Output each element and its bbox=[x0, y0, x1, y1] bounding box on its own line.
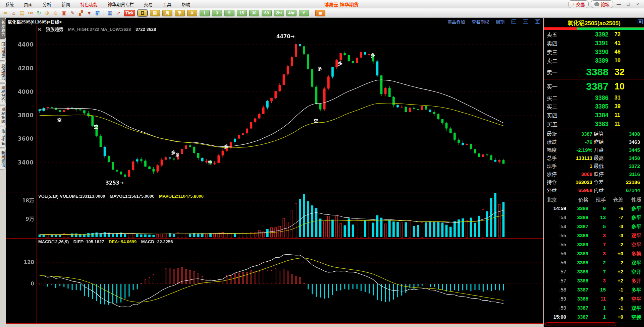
trade-button[interactable]: ⚡ 交易 bbox=[568, 0, 589, 8]
tick-time: 15:00 bbox=[547, 314, 566, 320]
trend-chart-icon[interactable]: ↗ bbox=[115, 9, 122, 16]
kline-ma-values: MA_HIGH:3722 MA_LOW:3628 bbox=[68, 27, 131, 32]
period-button-30[interactable]: 30 bbox=[249, 10, 259, 16]
zoom-out-icon[interactable]: ⊖ bbox=[52, 9, 59, 16]
tick-volume: 7 bbox=[588, 242, 606, 247]
period-button-5[interactable]: 5 bbox=[224, 10, 234, 16]
menu-item-5[interactable]: 神华期货专栏 bbox=[103, 1, 139, 7]
bid-price: 3385 bbox=[568, 103, 614, 110]
period-button-季[interactable]: 季 bbox=[175, 10, 185, 16]
menubar-right: ⚡ 交易 … 论坛 — □ × bbox=[568, 0, 644, 8]
window-bottom-strip bbox=[6, 324, 543, 327]
menu-item-3[interactable]: 新闻 bbox=[56, 1, 75, 7]
volume-canvas[interactable] bbox=[6, 193, 543, 238]
menu-item-7[interactable]: 工具 bbox=[158, 1, 176, 7]
period-button-3[interactable]: 3 bbox=[212, 10, 222, 16]
period-button-2hr[interactable]: 2hr bbox=[274, 10, 284, 16]
back-icon[interactable]: ⇦ bbox=[2, 9, 9, 16]
ask-row-4[interactable]: 卖四339141 bbox=[544, 39, 644, 48]
stat-value-0: 3387 bbox=[564, 130, 594, 138]
period-button-日[interactable]: 日 bbox=[138, 10, 148, 16]
tick-nature: 双平 bbox=[623, 232, 641, 239]
next-contract-icon[interactable]: ⇨ bbox=[523, 19, 528, 24]
new-indicator-icon[interactable]: 新 bbox=[94, 9, 101, 16]
bid-price: 3386 bbox=[568, 94, 614, 102]
stat-value-2: -76 bbox=[564, 138, 594, 146]
zoom-in-icon[interactable]: ⊕ bbox=[44, 9, 51, 16]
chart-link-1[interactable]: 查看期权 bbox=[472, 18, 489, 25]
maximize-button[interactable]: □ bbox=[625, 2, 632, 7]
ask-row-5[interactable]: 卖五339272 bbox=[544, 30, 644, 39]
toolbar: ⇦⌂▤F10↻⊕⊖▣✎▞▼新▦↗Tick日周月季X1351530602hr4hr… bbox=[0, 8, 644, 18]
period-button-Y[interactable]: Y bbox=[299, 10, 309, 16]
menu-item-2[interactable]: 分析 bbox=[38, 1, 56, 7]
menu-item-6[interactable]: 交易 bbox=[139, 1, 158, 7]
filter-icon[interactable]: ▼ bbox=[86, 9, 93, 16]
stat-value-4: -2.19% bbox=[564, 146, 594, 154]
period-button-1[interactable]: 1 bbox=[200, 10, 210, 16]
tick-price: 3387 bbox=[566, 223, 588, 229]
tick-time: :57 bbox=[547, 278, 566, 283]
sidebar-tab-5[interactable]: 热点排名 bbox=[0, 127, 6, 148]
popout-window-icon[interactable]: ▣ bbox=[638, 19, 643, 24]
stat-label-11: 跌停 bbox=[594, 170, 611, 178]
bid-row-3[interactable]: 买三338539 bbox=[544, 102, 644, 111]
stat-label-2: 涨跌 bbox=[547, 138, 564, 146]
home-icon[interactable]: ⌂ bbox=[10, 9, 17, 16]
period-button-60[interactable]: 60 bbox=[262, 10, 272, 16]
ask-row-2[interactable]: 卖二338910 bbox=[544, 56, 644, 65]
menu-item-0[interactable]: 系统 bbox=[0, 1, 19, 7]
chart-link-2[interactable]: 周期 bbox=[496, 18, 504, 25]
menu-item-8[interactable]: 帮助 bbox=[176, 1, 195, 7]
period-button-X[interactable]: X bbox=[187, 10, 197, 16]
period-button-周[interactable]: 周 bbox=[150, 10, 160, 16]
chart-link-0[interactable]: 商品叠加 bbox=[447, 18, 465, 25]
main-chart-canvas[interactable] bbox=[6, 25, 543, 193]
tick-volume: 1 bbox=[588, 314, 606, 320]
forum-button[interactable]: … 论坛 bbox=[591, 0, 613, 8]
stat-value-10: 3809 bbox=[564, 170, 594, 178]
sell-ratio-segment bbox=[544, 27, 577, 30]
tick-header-3: 仓差 bbox=[606, 196, 623, 203]
period-button-15[interactable]: 15 bbox=[237, 10, 247, 16]
bid-row-2[interactable]: 买二338631 bbox=[544, 93, 644, 102]
stat-label-14: 外盘 bbox=[547, 186, 564, 194]
macd-canvas[interactable] bbox=[6, 239, 543, 323]
tick-scroll-track bbox=[545, 322, 643, 326]
sidebar-tab-4[interactable]: 期权策略 bbox=[0, 105, 6, 126]
tick-scrollbar[interactable] bbox=[545, 322, 616, 326]
tick-time: :54 bbox=[547, 223, 566, 229]
overlay-icon[interactable]: ▣ bbox=[60, 9, 68, 16]
tick-nature: 双平 bbox=[623, 259, 641, 266]
sidebar-tab-0[interactable]: 长发趋势 bbox=[0, 18, 6, 39]
ask-label: 卖一 bbox=[547, 68, 568, 76]
draw-icon[interactable]: ✎ bbox=[69, 9, 76, 16]
period-button-4hr[interactable]: 4hr bbox=[286, 10, 297, 16]
mavol2-label: MAVOL2:110475.8000 bbox=[159, 194, 204, 199]
ask-row-1[interactable]: 卖一338832 bbox=[544, 65, 644, 79]
sidebar-tab-2[interactable]: 股指期货 bbox=[0, 62, 6, 82]
prev-contract-icon[interactable]: ⇦ bbox=[511, 19, 516, 24]
menu-item-1[interactable]: 页面 bbox=[19, 1, 38, 7]
tick-time: :55 bbox=[547, 233, 566, 238]
bid-row-4[interactable]: 买四338411 bbox=[544, 111, 644, 120]
tick-oi-change: -3 bbox=[606, 233, 623, 238]
bid-row-5[interactable]: 买五338311 bbox=[544, 120, 644, 128]
bid-row-1[interactable]: 买一338710 bbox=[544, 79, 644, 93]
paint-icon[interactable]: ▞ bbox=[77, 9, 85, 16]
sidebar-tab-6[interactable]: 新闻资讯 bbox=[0, 149, 6, 170]
f10-fundamentals-icon[interactable]: F10 bbox=[27, 9, 34, 16]
quote-table-icon[interactable]: ▦ bbox=[106, 9, 114, 16]
refresh-icon[interactable]: ↻ bbox=[35, 9, 43, 16]
sidebar-tab-1[interactable]: 国内期货 bbox=[0, 40, 6, 61]
multi-grid-icon[interactable]: ▦ bbox=[315, 10, 325, 16]
split-window-icon[interactable]: ◫ bbox=[535, 19, 540, 24]
menu-item-4[interactable]: 特色功能 bbox=[75, 1, 103, 7]
ask-row-3[interactable]: 卖三339046 bbox=[544, 48, 644, 56]
notepad-icon[interactable]: ▤ bbox=[18, 9, 26, 16]
period-button-月[interactable]: 月 bbox=[162, 10, 172, 16]
period-button-Tick[interactable]: Tick bbox=[124, 10, 135, 16]
close-button[interactable]: × bbox=[634, 2, 641, 7]
sidebar-tab-3[interactable]: 期权报价 bbox=[0, 83, 6, 104]
minimize-button[interactable]: — bbox=[615, 2, 623, 7]
